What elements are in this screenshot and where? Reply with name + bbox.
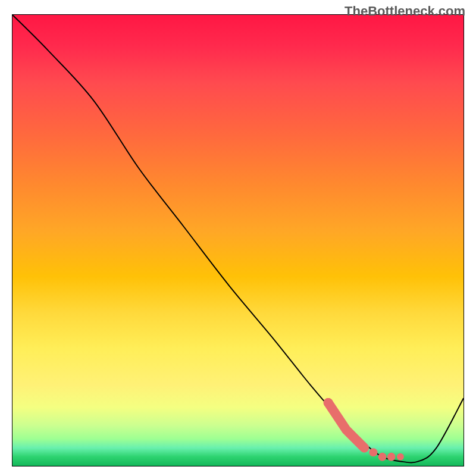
- highlight-dot: [387, 453, 396, 461]
- highlight-dot: [369, 448, 377, 456]
- highlight-dot: [397, 453, 404, 461]
- watermark-label: TheBottleneck.com: [345, 4, 465, 19]
- highlight-dot: [378, 453, 387, 461]
- chart-overlay-svg: [12, 15, 464, 466]
- highlight-thick-segment: [328, 403, 365, 448]
- bottleneck-curve-path: [12, 15, 464, 462]
- chart-plot-area: [12, 14, 464, 466]
- optimal-range-marker: [324, 398, 404, 461]
